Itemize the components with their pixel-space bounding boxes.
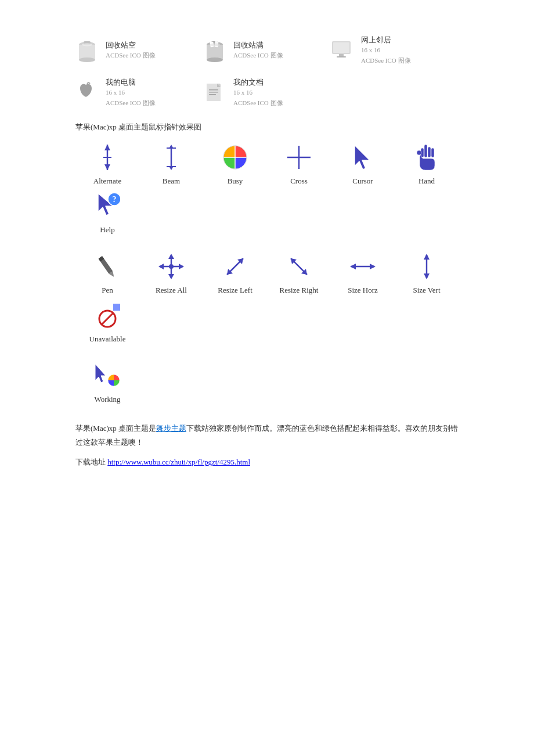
file-item-recycle-empty: 回收站空 ACDSee ICO 图像 [75, 35, 168, 66]
cursor-label-resize-all: Resize All [156, 286, 187, 295]
svg-marker-22 [104, 164, 110, 170]
svg-marker-50 [168, 274, 174, 279]
beam-icon [157, 143, 186, 172]
file-item-recycle-full: 回收站满 ACDSee ICO 图像 [203, 35, 296, 66]
cursor-item-alternate: Alternate [75, 143, 139, 186]
cursor-label-unavailable: Unavailable [89, 334, 126, 344]
cursor-label-working: Working [94, 395, 120, 404]
svg-marker-35 [355, 145, 370, 170]
section-title: 苹果(Mac)xp 桌面主题鼠标指针效果图 [75, 122, 459, 132]
cursor-item-busy: Busy [203, 143, 267, 186]
cursor-label-size-horz: Size Horz [348, 286, 378, 295]
file-item-mydocs: 我的文档 16 x 16ACDSee ICO 图像 [203, 77, 296, 108]
cursor-label-alternate: Alternate [93, 177, 121, 186]
cursor-item-size-horz: Size Horz [331, 252, 395, 295]
download-url-link[interactable]: http://www.wubu.cc/zhuti/xp/fl/pgzt/4295… [107, 458, 250, 466]
svg-point-11 [210, 43, 220, 46]
file-item-network: 网上邻居 16 x 16ACDSee ICO 图像 [331, 35, 424, 66]
mydocs-icon [203, 81, 226, 105]
svg-rect-13 [333, 42, 349, 53]
cursor-item-unavailable: Unavailable [75, 301, 139, 344]
svg-marker-61 [350, 264, 356, 269]
cursor-item-cursor: Cursor [331, 143, 395, 186]
file-info-network: 网上邻居 16 x 16ACDSee ICO 图像 [361, 35, 411, 66]
file-meta-recycle-full: ACDSee ICO 图像 [233, 51, 283, 61]
file-item-mycomputer: 我的电脑 16 x 16ACDSee ICO 图像 [75, 77, 168, 108]
cursor-item-hand: Hand [395, 143, 459, 186]
alternate-icon [93, 143, 122, 172]
busy-icon [221, 143, 250, 172]
svg-marker-28 [169, 166, 174, 170]
download-line: 下载地址 http://www.wubu.cc/zhuti/xp/fl/pgzt… [75, 457, 459, 467]
network-icon [331, 39, 354, 62]
file-meta-network: 16 x 16ACDSee ICO 图像 [361, 45, 411, 66]
file-name-mydocs: 我的文档 [233, 77, 283, 88]
trash-empty-icon [75, 39, 99, 62]
trash-full-icon [203, 39, 226, 62]
cursor-item-help: ? Help [75, 192, 139, 235]
cursor-label-beam: Beam [163, 177, 180, 186]
svg-point-4 [82, 43, 92, 46]
file-info-mycomputer: 我的电脑 16 x 16ACDSee ICO 图像 [106, 77, 156, 108]
svg-point-2 [79, 57, 95, 62]
svg-rect-14 [339, 54, 344, 56]
help-icon: ? [93, 192, 122, 221]
svg-marker-27 [169, 145, 174, 149]
resize-right-icon [284, 252, 313, 281]
svg-marker-65 [424, 273, 430, 279]
cursor-item-cross: Cross [267, 143, 331, 186]
size-horz-icon [348, 252, 377, 281]
file-info-recycle-empty: 回收站空 ACDSee ICO 图像 [106, 40, 156, 61]
description: 苹果(Mac)xp 桌面主题是舞步主题下载站独家原创制作而成。漂亮的蓝色和绿色搭… [75, 422, 459, 449]
file-meta-mycomputer: 16 x 16ACDSee ICO 图像 [106, 88, 156, 108]
svg-rect-36 [424, 145, 427, 157]
cursor-label-size-vert: Size Vert [413, 286, 440, 295]
svg-marker-64 [424, 254, 430, 260]
cursor-grid-row2: Pen Resize All [75, 252, 459, 344]
svg-rect-17 [209, 89, 218, 91]
pen-icon [93, 252, 122, 281]
svg-point-7 [207, 57, 223, 62]
resize-all-icon [157, 252, 186, 281]
cursor-label-cross: Cross [290, 177, 308, 186]
description-text1: 苹果(Mac)xp 桌面主题是 [75, 424, 156, 433]
svg-marker-52 [179, 264, 184, 269]
svg-line-68 [102, 313, 113, 325]
cursor-item-working: Working [75, 361, 139, 404]
svg-point-40 [417, 150, 421, 155]
svg-marker-51 [158, 264, 164, 269]
cursor-label-pen: Pen [102, 286, 113, 295]
svg-text:?: ? [113, 195, 117, 204]
file-name-recycle-full: 回收站满 [233, 40, 283, 51]
file-name-mycomputer: 我的电脑 [106, 77, 156, 88]
svg-marker-21 [104, 145, 110, 150]
cursor-item-resize-right: Resize Right [267, 252, 331, 295]
size-vert-icon [412, 252, 441, 281]
svg-rect-15 [337, 56, 346, 57]
cursor-label-cursor: Cursor [352, 177, 373, 186]
svg-marker-66 [113, 304, 120, 311]
cursor-label-busy: Busy [228, 177, 243, 186]
file-info-recycle-full: 回收站满 ACDSee ICO 图像 [233, 40, 283, 61]
cursor-item-size-vert: Size Vert [395, 252, 459, 295]
unavailable-icon [93, 301, 122, 330]
working-icon [93, 361, 122, 390]
description-link[interactable]: 舞步主题 [156, 424, 186, 433]
mycomputer-icon [75, 81, 99, 105]
cursor-item-pen: Pen [75, 252, 139, 295]
svg-marker-69 [95, 364, 106, 383]
file-name-network: 网上邻居 [361, 35, 411, 45]
svg-marker-49 [168, 254, 174, 259]
file-name-recycle-empty: 回收站空 [106, 40, 156, 51]
cursor-label-resize-left: Resize Left [218, 286, 252, 295]
cursor-item-resize-all: Resize All [139, 252, 203, 295]
cursor-grid-row3: Working [75, 361, 459, 404]
svg-rect-19 [209, 94, 216, 95]
hand-icon [412, 143, 441, 172]
svg-rect-18 [209, 92, 218, 93]
file-info-mydocs: 我的文档 16 x 16ACDSee ICO 图像 [233, 77, 283, 108]
svg-rect-38 [431, 148, 434, 157]
file-meta-recycle-empty: ACDSee ICO 图像 [106, 51, 156, 61]
svg-marker-62 [370, 264, 376, 269]
download-label: 下载地址 [75, 458, 106, 466]
